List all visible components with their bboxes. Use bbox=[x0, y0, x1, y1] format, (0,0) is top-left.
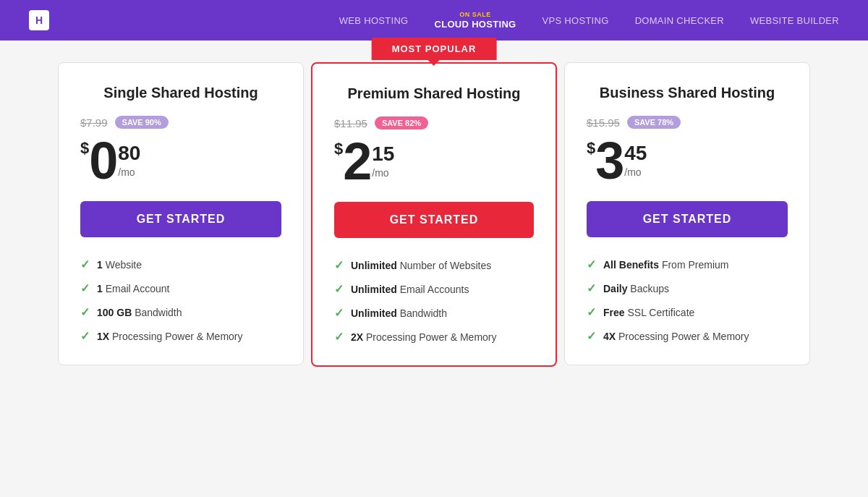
navbar: H WEB HOSTINGON SALECLOUD HOSTINGVPS HOS… bbox=[0, 0, 868, 41]
price-mo: /mo bbox=[372, 167, 394, 179]
feature-text: 100 GB Bandwidth bbox=[97, 307, 182, 318]
feature-item: ✓ Daily Backups bbox=[587, 281, 788, 295]
price-main: 3 bbox=[595, 135, 624, 187]
save-badge: SAVE 78% bbox=[627, 116, 681, 129]
feature-text: 1X Processing Power & Memory bbox=[97, 331, 243, 342]
feature-text: 2X Processing Power & Memory bbox=[351, 331, 497, 343]
features-list: ✓ Unlimited Number of Websites ✓ Unlimit… bbox=[334, 258, 534, 344]
price-display: $ 2 15 /mo bbox=[334, 135, 534, 187]
check-icon: ✓ bbox=[334, 258, 344, 272]
price-cents: 80 bbox=[118, 142, 140, 165]
pricing-row: $7.99 SAVE 90% bbox=[80, 116, 281, 129]
check-icon: ✓ bbox=[587, 305, 596, 319]
pricing-card-single: Single Shared Hosting $7.99 SAVE 90% $ 0… bbox=[58, 62, 304, 365]
feature-item: ✓ 1 Email Account bbox=[80, 281, 281, 295]
nav-link[interactable]: WEB HOSTING bbox=[339, 15, 409, 26]
price-cents-mo: 15 /mo bbox=[372, 143, 394, 179]
pricing-card-business: Business Shared Hosting $15.95 SAVE 78% … bbox=[564, 62, 810, 365]
main-content: Single Shared Hosting $7.99 SAVE 90% $ 0… bbox=[0, 41, 868, 396]
pricing-row: $15.95 SAVE 78% bbox=[587, 116, 788, 129]
check-icon: ✓ bbox=[80, 329, 90, 343]
price-mo: /mo bbox=[624, 166, 647, 178]
feature-item: ✓ 2X Processing Power & Memory bbox=[334, 330, 534, 344]
feature-bold: Unlimited bbox=[351, 307, 397, 319]
check-icon: ✓ bbox=[334, 282, 344, 296]
price-cents: 15 bbox=[372, 143, 394, 166]
check-icon: ✓ bbox=[80, 281, 90, 295]
feature-item: ✓ All Benefits From Premium bbox=[587, 258, 788, 271]
check-icon: ✓ bbox=[334, 330, 344, 344]
save-badge: SAVE 90% bbox=[115, 116, 169, 129]
nav-link-wrapper[interactable]: VPS HOSTING bbox=[542, 15, 608, 26]
pricing-cards: Single Shared Hosting $7.99 SAVE 90% $ 0… bbox=[36, 62, 832, 367]
on-sale-label: ON SALE bbox=[459, 11, 491, 18]
get-started-button[interactable]: GET STARTED bbox=[80, 201, 281, 237]
pricing-row: $11.95 SAVE 82% bbox=[334, 116, 534, 129]
feature-bold: Unlimited bbox=[351, 260, 397, 271]
price-main: 0 bbox=[89, 135, 118, 187]
original-price: $7.99 bbox=[80, 116, 108, 129]
feature-item: ✓ Unlimited Email Accounts bbox=[334, 282, 534, 296]
price-cents: 45 bbox=[624, 142, 647, 165]
plan-title: Premium Shared Hosting bbox=[334, 85, 534, 102]
feature-bold: 1 bbox=[97, 283, 103, 294]
nav-link-wrapper[interactable]: ON SALECLOUD HOSTING bbox=[435, 11, 516, 30]
feature-item: ✓ 1X Processing Power & Memory bbox=[80, 329, 281, 343]
feature-bold: 2X bbox=[351, 331, 363, 343]
price-dollar: $ bbox=[80, 139, 89, 158]
feature-bold: 4X bbox=[603, 331, 616, 342]
feature-bold: Free bbox=[603, 307, 625, 318]
original-price: $11.95 bbox=[334, 117, 367, 129]
feature-text: Free SSL Certificate bbox=[603, 307, 694, 318]
check-icon: ✓ bbox=[80, 305, 90, 319]
nav-link[interactable]: WEBSITE BUILDER bbox=[750, 15, 839, 26]
check-icon: ✓ bbox=[587, 281, 596, 295]
feature-item: ✓ 100 GB Bandwidth bbox=[80, 305, 281, 319]
save-badge: SAVE 82% bbox=[375, 116, 428, 129]
nav-links: WEB HOSTINGON SALECLOUD HOSTINGVPS HOSTI… bbox=[339, 11, 839, 30]
price-cents-mo: 45 /mo bbox=[624, 142, 647, 178]
check-icon: ✓ bbox=[587, 329, 596, 343]
get-started-button[interactable]: GET STARTED bbox=[587, 201, 788, 237]
price-dollar: $ bbox=[334, 140, 343, 158]
nav-link[interactable]: DOMAIN CHECKER bbox=[635, 15, 724, 26]
price-main: 2 bbox=[343, 135, 372, 187]
feature-item: ✓ Free SSL Certificate bbox=[587, 305, 788, 319]
feature-text: 4X Processing Power & Memory bbox=[603, 331, 749, 342]
feature-bold: 100 GB bbox=[97, 307, 132, 318]
feature-text: Unlimited Email Accounts bbox=[351, 284, 469, 295]
feature-text: All Benefits From Premium bbox=[603, 259, 728, 271]
original-price: $15.95 bbox=[587, 116, 620, 129]
nav-link[interactable]: VPS HOSTING bbox=[542, 15, 608, 26]
features-list: ✓ 1 Website ✓ 1 Email Account ✓ 100 GB B… bbox=[80, 258, 281, 343]
check-icon: ✓ bbox=[334, 306, 344, 320]
nav-link-wrapper[interactable]: WEBSITE BUILDER bbox=[750, 15, 839, 26]
feature-bold: 1 bbox=[97, 259, 103, 271]
check-icon: ✓ bbox=[80, 258, 90, 271]
price-cents-mo: 80 /mo bbox=[118, 142, 140, 178]
plan-title: Single Shared Hosting bbox=[80, 85, 281, 101]
logo-icon: H bbox=[29, 10, 49, 30]
price-display: $ 0 80 /mo bbox=[80, 135, 281, 187]
nav-link-wrapper[interactable]: DOMAIN CHECKER bbox=[635, 15, 724, 26]
get-started-button[interactable]: GET STARTED bbox=[334, 202, 534, 238]
price-mo: /mo bbox=[118, 166, 140, 178]
price-display: $ 3 45 /mo bbox=[587, 135, 788, 187]
feature-bold: All Benefits bbox=[603, 259, 659, 271]
feature-text: 1 Website bbox=[97, 259, 142, 271]
nav-link[interactable]: CLOUD HOSTING bbox=[435, 19, 516, 30]
feature-bold: Daily bbox=[603, 283, 627, 294]
features-list: ✓ All Benefits From Premium ✓ Daily Back… bbox=[587, 258, 788, 343]
popular-badge: MOST POPULAR bbox=[372, 38, 497, 60]
feature-item: ✓ 1 Website bbox=[80, 258, 281, 271]
logo: H bbox=[29, 10, 55, 30]
feature-bold: Unlimited bbox=[351, 284, 397, 295]
feature-item: ✓ Unlimited Bandwidth bbox=[334, 306, 534, 320]
nav-link-wrapper[interactable]: WEB HOSTING bbox=[339, 15, 409, 26]
feature-text: Unlimited Number of Websites bbox=[351, 260, 491, 271]
feature-bold: 1X bbox=[97, 331, 109, 342]
feature-text: Unlimited Bandwidth bbox=[351, 307, 447, 319]
feature-text: Daily Backups bbox=[603, 283, 669, 294]
pricing-card-premium: MOST POPULARPremium Shared Hosting $11.9… bbox=[311, 62, 557, 367]
feature-text: 1 Email Account bbox=[97, 283, 169, 294]
